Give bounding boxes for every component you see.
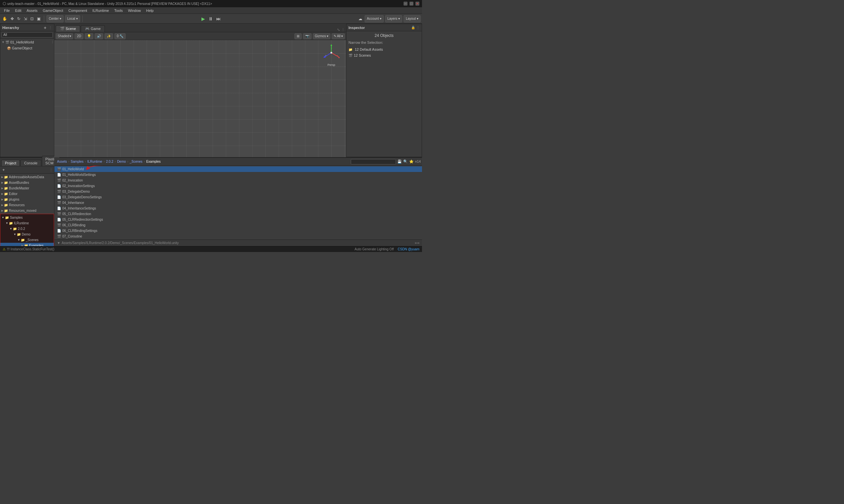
scene-icon-4: 🎬 <box>57 190 61 193</box>
file-05clr[interactable]: 🎬 05_CLRRedirection <box>54 211 422 217</box>
file-01helloworld-settings[interactable]: 📄 01_HelloWorldSettings <box>54 172 422 178</box>
layers-dropdown[interactable]: Layers ▾ <box>385 15 402 22</box>
breadcrumb-assets[interactable]: Assets <box>57 160 67 163</box>
ptree-bundlemaster[interactable]: ▶ 📁 BundleMaster <box>0 185 54 191</box>
ptree-202[interactable]: ▼ 📁 2.0.2 <box>0 226 54 232</box>
file-04inheritance-settings[interactable]: 📄 04_InheritanceSettings <box>54 205 422 211</box>
persp-label[interactable]: Persp <box>327 63 335 67</box>
minimize-button[interactable]: ─ <box>403 2 408 5</box>
ptree-assetbundles[interactable]: ▶ 📁 AssetBundles <box>0 180 54 185</box>
move-tool-button[interactable]: ✥ <box>10 15 15 22</box>
file-04inheritance[interactable]: 🎬 04_Inheritance <box>54 200 422 205</box>
hierarchy-item-gameobject[interactable]: 📦 GameObject <box>0 45 54 51</box>
ptree-addressable[interactable]: ▶ 📁 AddressableAssetsData <box>0 174 54 180</box>
hierarchy-menu-button[interactable]: ⋮ <box>49 26 52 29</box>
step-button[interactable]: ⏭ <box>215 15 222 22</box>
project-add-button[interactable]: + <box>1 167 6 172</box>
file-03delegate-settings[interactable]: 📄 03_DelegateDemoSettings <box>54 194 422 200</box>
tab-console[interactable]: Console <box>20 160 41 166</box>
2d-button[interactable]: 2D <box>74 33 83 39</box>
breadcrumb-scenes[interactable]: _Scenes <box>130 160 142 163</box>
project-filter-icon[interactable]: 🔍 <box>403 159 408 164</box>
ptree-plugins[interactable]: ▶ 📁 plugins <box>0 197 54 202</box>
project-save-icon[interactable]: 💾 <box>397 159 402 164</box>
menu-window[interactable]: Window <box>125 7 143 14</box>
rotate-tool-button[interactable]: ↻ <box>16 15 21 22</box>
fx-button[interactable]: ✨ <box>104 33 113 39</box>
rect-tool-button[interactable]: ⊡ <box>29 15 35 22</box>
tab-project[interactable]: Project <box>1 160 20 166</box>
close-button[interactable]: ✕ <box>415 2 419 5</box>
scene-settings-btn[interactable]: 0🔧 <box>115 33 126 39</box>
audio-button[interactable]: 🔊 <box>94 33 103 39</box>
camera-button[interactable]: 📷 <box>303 33 312 39</box>
hierarchy-add-button[interactable]: + <box>43 25 48 30</box>
project-star-icon[interactable]: ⭐ <box>409 159 414 164</box>
hierarchy-scene-menu[interactable]: ⋮ <box>51 40 54 44</box>
svg-text:y: y <box>331 47 332 50</box>
isolate-button[interactable]: ⊞ <box>294 33 302 39</box>
slider-icon[interactable]: ⟺ <box>415 241 419 245</box>
hierarchy-item-scene[interactable]: ▼ 🎬 01_HelloWorld ⋮ <box>0 39 54 45</box>
menu-tools[interactable]: Tools <box>111 7 125 14</box>
menu-edit[interactable]: Edit <box>13 7 24 14</box>
transform-tool-button[interactable]: ▣ <box>36 15 41 22</box>
account-dropdown[interactable]: Account ▾ <box>365 15 384 22</box>
menu-file[interactable]: File <box>1 7 13 14</box>
center-dropdown[interactable]: Center ▾ <box>47 15 64 22</box>
breadcrumb-demo[interactable]: Demo <box>117 160 126 163</box>
maximize-button[interactable]: □ <box>410 2 413 5</box>
lights-button[interactable]: 💡 <box>85 33 93 39</box>
gizmos-dropdown[interactable]: Gizmos ▾ <box>313 33 330 39</box>
file-01helloworld[interactable]: 🎬 01_HelloWorld <box>54 166 422 172</box>
perspective-gizmo[interactable]: y x z Persp <box>320 43 343 67</box>
menu-ilruntime[interactable]: ILRuntime <box>90 7 111 14</box>
bottom-bar-path: Assets/Samples/ILRuntime/2.0.2/Demo/_Sce… <box>62 241 179 245</box>
ptree-scenes-folder[interactable]: ▼ 📁 _Scenes <box>0 237 54 243</box>
local-dropdown[interactable]: Local ▾ <box>65 15 80 22</box>
inspector-scenes[interactable]: 🎬 12 Scenes <box>348 52 420 58</box>
pause-button[interactable]: ⏸ <box>207 15 214 22</box>
ptree-resources[interactable]: ▶ 📁 Resources <box>0 202 54 208</box>
menu-gameobject[interactable]: GameObject <box>40 7 66 14</box>
ptree-samples[interactable]: ▼ 📁 Samples <box>0 215 54 220</box>
scene-maximize-icon[interactable]: ⤡ <box>337 28 340 32</box>
ptree-examples-selected[interactable]: ▶ 📁 Examples <box>0 243 54 246</box>
cloud-button[interactable]: ☁ <box>357 15 363 22</box>
file-06clrbinding[interactable]: 🎬 06_CLRBinding <box>54 222 422 228</box>
tab-game[interactable]: 🎮 Game <box>81 25 105 32</box>
menu-component[interactable]: Component <box>66 7 90 14</box>
shading-dropdown[interactable]: Shaded ▾ <box>56 33 73 39</box>
file-03delegate[interactable]: 🎬 03_DelegateDemo <box>54 189 422 194</box>
file-02invocation[interactable]: 🎬 02_Invocation <box>54 178 422 183</box>
breadcrumb-202[interactable]: 2.0.2 <box>106 160 114 163</box>
project-menu-button[interactable]: ⋮ <box>49 168 53 172</box>
ptree-editor[interactable]: ▶ 📁 Editor <box>0 191 54 197</box>
title-bar-controls[interactable]: ─ □ ✕ <box>403 2 419 5</box>
play-button[interactable]: ▶ <box>201 15 206 22</box>
file-06clrbinding-settings[interactable]: 📄 06_CLRBindingSettings <box>54 228 422 234</box>
scene-view[interactable]: y x z Persp <box>54 40 346 157</box>
file-07coroutine[interactable]: 🎬 07_Coroutine <box>54 234 422 239</box>
scene-menu-icon[interactable]: ⋮ <box>341 28 345 32</box>
breadcrumb-samples[interactable]: Samples <box>71 160 83 163</box>
ptree-resources-moved[interactable]: ▶ 📁 Resources_moved <box>0 208 54 214</box>
layout-dropdown[interactable]: Layout ▾ <box>403 15 421 22</box>
scale-tool-button[interactable]: ⇲ <box>23 15 28 22</box>
hand-tool-button[interactable]: ✋ <box>1 15 8 22</box>
ptree-ilruntime[interactable]: ▼ 📁 ILRuntime <box>0 220 54 226</box>
ptree-demo[interactable]: ▼ 📁 Demo <box>0 232 54 237</box>
inspector-menu-button[interactable]: ⋮ <box>416 26 420 29</box>
all-dropdown[interactable]: ✎ All ▾ <box>332 33 345 39</box>
breadcrumb-ilruntime[interactable]: ILRuntime <box>87 160 103 163</box>
inspector-lock-icon[interactable]: 🔒 <box>411 26 415 29</box>
menu-help[interactable]: Help <box>143 7 156 14</box>
menu-assets[interactable]: Assets <box>24 7 40 14</box>
tab-scene[interactable]: 🎬 Scene <box>56 25 80 32</box>
inspector-default-assets[interactable]: 📁 12 Default Assets <box>348 47 420 52</box>
hierarchy-search-input[interactable] <box>2 32 53 38</box>
file-02invocation-settings[interactable]: 📄 02_InvocationSettings <box>54 183 422 189</box>
project-search-input[interactable] <box>351 159 396 164</box>
title-bar-left: ⬡ unity-teach-master - 01_HelloWorld - P… <box>3 1 212 6</box>
file-05clr-settings[interactable]: 📄 05_CLRRedirectionSettings <box>54 217 422 222</box>
